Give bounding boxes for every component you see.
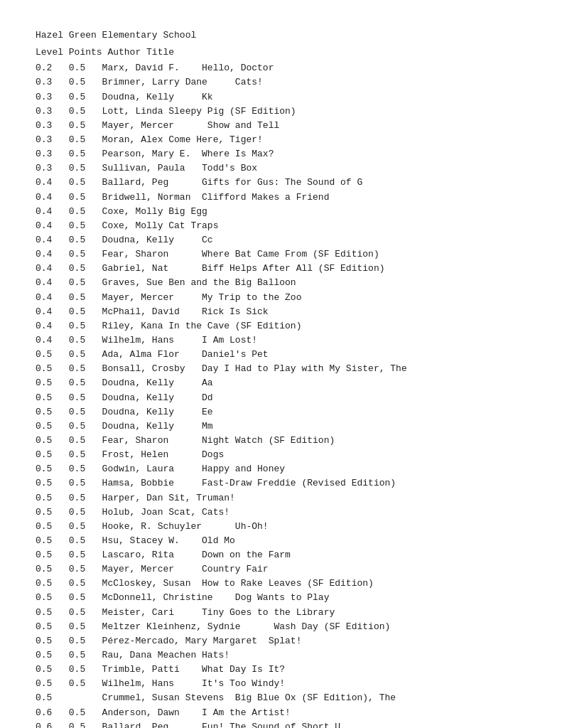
table-row: 0.6 0.5 Anderson, Dawn I Am the Artist! <box>36 706 526 720</box>
table-row: 0.4 0.5 Graves, Sue Ben and the Big Ball… <box>36 276 526 290</box>
table-row: 0.5 0.5 Doudna, Kelly Ee <box>36 405 526 419</box>
table-row: 0.4 0.5 Coxe, Molly Cat Traps <box>36 219 526 233</box>
table-row: 0.5 0.5 Godwin, Laura Happy and Honey <box>36 462 526 476</box>
table-row: 0.4 0.5 Mayer, Mercer My Trip to the Zoo <box>36 291 526 305</box>
table-row: 0.4 0.5 Fear, Sharon Where Bat Came From… <box>36 247 526 262</box>
table-row: 0.4 0.5 Bridwell, Norman Clifford Makes … <box>36 191 526 205</box>
page-wrapper: Hazel Green Elementary School Level Poin… <box>36 28 526 728</box>
table-row: 0.4 0.5 Coxe, Molly Big Egg <box>36 205 526 219</box>
table-row: 0.5 0.5 Meister, Cari Tiny Goes to the L… <box>36 606 526 620</box>
table-row: 0.3 0.5 Moran, Alex Come Here, Tiger! <box>36 133 526 147</box>
table-row: 0.5 0.5 Pérez-Mercado, Mary Margaret Spl… <box>36 634 526 648</box>
table-row: 0.5 0.5 Bonsall, Crosby Day I Had to Pla… <box>36 362 526 376</box>
table-row: 0.5 0.5 Hooke, R. Schuyler Uh-Oh! <box>36 520 526 534</box>
table-row: 0.5 0.5 Doudna, Kelly Aa <box>36 376 526 390</box>
table-row: 0.5 0.5 Mayer, Mercer Country Fair <box>36 562 526 577</box>
data-table: 0.2 0.5 Marx, David F. Hello, Doctor0.3 … <box>36 61 526 728</box>
table-row: 0.4 0.5 Gabriel, Nat Biff Helps After Al… <box>36 262 526 276</box>
table-row: 0.3 0.5 Doudna, Kelly Kk <box>36 90 526 105</box>
table-row: 0.3 0.5 Pearson, Mary E. Where Is Max? <box>36 147 526 161</box>
table-row: 0.5 0.5 McCloskey, Susan How to Rake Lea… <box>36 577 526 591</box>
column-headers: Level Points Author Title <box>36 46 526 60</box>
table-row: 0.6 0.5 Ballard, Peg Fun! The Sound of S… <box>36 720 526 728</box>
school-name: Hazel Green Elementary School <box>36 28 526 43</box>
table-row: 0.4 0.5 Riley, Kana In the Cave (SF Edit… <box>36 319 526 333</box>
table-row: 0.4 0.5 McPhail, David Rick Is Sick <box>36 305 526 319</box>
table-row: 0.5 0.5 Hsu, Stacey W. Old Mo <box>36 534 526 548</box>
table-row: 0.5 0.5 Doudna, Kelly Mm <box>36 419 526 434</box>
table-row: 0.5 0.5 Frost, Helen Dogs <box>36 448 526 462</box>
table-row: 0.5 0.5 Harper, Dan Sit, Truman! <box>36 491 526 505</box>
table-row: 0.3 0.5 Mayer, Mercer Show and Tell <box>36 119 526 133</box>
table-row: 0.3 0.5 Sullivan, Paula Todd's Box <box>36 161 526 176</box>
table-row: 0.5 0.5 Trimble, Patti What Day Is It? <box>36 663 526 677</box>
table-row: 0.4 0.5 Wilhelm, Hans I Am Lost! <box>36 333 526 348</box>
table-row: 0.5 0.5 Rau, Dana Meachen Hats! <box>36 648 526 663</box>
table-row: 0.5 0.5 Fear, Sharon Night Watch (SF Edi… <box>36 434 526 448</box>
table-row: 0.5 0.5 Ada, Alma Flor Daniel's Pet <box>36 348 526 362</box>
table-row: 0.5 Crummel, Susan Stevens Big Blue Ox (… <box>36 691 526 705</box>
table-row: 0.3 0.5 Lott, Linda Sleepy Pig (SF Editi… <box>36 105 526 119</box>
table-row: 0.5 0.5 Doudna, Kelly Dd <box>36 391 526 405</box>
table-row: 0.5 0.5 Lascaro, Rita Down on the Farm <box>36 548 526 562</box>
table-row: 0.5 0.5 Hamsa, Bobbie Fast-Draw Freddie … <box>36 476 526 491</box>
table-row: 0.5 0.5 Wilhelm, Hans It's Too Windy! <box>36 677 526 691</box>
table-row: 0.4 0.5 Doudna, Kelly Cc <box>36 233 526 247</box>
table-row: 0.4 0.5 Ballard, Peg Gifts for Gus: The … <box>36 176 526 190</box>
table-row: 0.3 0.5 Brimner, Larry Dane Cats! <box>36 75 526 90</box>
table-row: 0.2 0.5 Marx, David F. Hello, Doctor <box>36 61 526 75</box>
table-row: 0.5 0.5 Meltzer Kleinhenz, Sydnie Wash D… <box>36 620 526 634</box>
table-row: 0.5 0.5 McDonnell, Christine Dog Wants t… <box>36 591 526 605</box>
table-row: 0.5 0.5 Holub, Joan Scat, Cats! <box>36 505 526 520</box>
